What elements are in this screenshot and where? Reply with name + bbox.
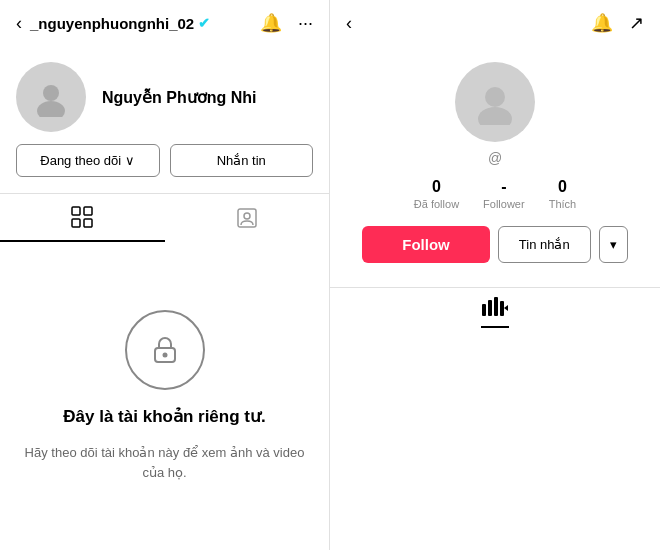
tabs-left [0, 193, 329, 242]
stat-following: 0 Đã follow [414, 178, 459, 210]
stats-row: 0 Đã follow - Follower 0 Thích [414, 178, 576, 210]
svg-rect-3 [84, 207, 92, 215]
avatar-icon [31, 77, 71, 117]
stat-followers-number: - [501, 178, 506, 196]
avatar [16, 62, 86, 132]
svg-point-0 [43, 85, 59, 101]
svg-point-1 [37, 101, 65, 117]
right-bell-icon[interactable]: 🔔 [591, 12, 613, 34]
video-bars-icon [481, 296, 509, 318]
svg-rect-12 [482, 304, 486, 316]
svg-rect-15 [500, 301, 504, 316]
right-avatar [455, 62, 535, 142]
stat-followers: - Follower [483, 178, 525, 210]
svg-point-7 [244, 213, 250, 219]
tab-tagged[interactable] [165, 194, 330, 242]
svg-rect-4 [72, 219, 80, 227]
more-icon[interactable]: ··· [298, 13, 313, 34]
username-display: _nguyenphuongnhi_02 ✔ [30, 15, 210, 32]
private-title: Đây là tài khoản riêng tư. [63, 406, 265, 427]
tab-grid[interactable] [0, 194, 165, 242]
right-avatar-section: @ 0 Đã follow - Follower 0 Thích Follow … [330, 46, 660, 287]
stat-following-number: 0 [432, 178, 441, 196]
stat-likes: 0 Thích [549, 178, 577, 210]
verified-badge: ✔ [198, 15, 210, 31]
grid-icon [71, 206, 93, 228]
svg-rect-13 [488, 300, 492, 316]
private-section: Đây là tài khoản riêng tư. Hãy theo dõi … [0, 242, 329, 550]
right-tab-videos[interactable] [481, 296, 509, 328]
lock-icon-circle [125, 310, 205, 390]
right-avatar-icon [472, 79, 518, 125]
svg-rect-2 [72, 207, 80, 215]
svg-rect-14 [494, 297, 498, 316]
stat-likes-label: Thích [549, 198, 577, 210]
right-share-icon[interactable]: ↗ [629, 12, 644, 34]
lock-icon [147, 332, 183, 368]
message-button[interactable]: Nhắn tin [170, 144, 314, 177]
right-header-icons: 🔔 ↗ [591, 12, 644, 34]
stat-likes-number: 0 [558, 178, 567, 196]
right-tabs [330, 287, 660, 336]
stat-followers-label: Follower [483, 198, 525, 210]
right-content-area [330, 336, 660, 550]
right-panel: ‹ 🔔 ↗ @ 0 Đã follow - Follower 0 [330, 0, 660, 550]
profile-section: Nguyễn Phương Nhi [0, 46, 329, 144]
private-desc: Hãy theo dõi tài khoản này để xem ảnh và… [20, 443, 309, 482]
profile-name: Nguyễn Phương Nhi [102, 88, 256, 107]
bell-icon[interactable]: 🔔 [260, 12, 282, 34]
action-buttons: Đang theo dõi ∨ Nhắn tin [0, 144, 329, 193]
following-button[interactable]: Đang theo dõi ∨ [16, 144, 160, 177]
dropdown-button[interactable]: ▾ [599, 226, 628, 263]
follow-button[interactable]: Follow [362, 226, 490, 263]
svg-point-9 [162, 353, 167, 358]
right-header: ‹ 🔔 ↗ [330, 0, 660, 46]
right-message-button[interactable]: Tin nhắn [498, 226, 591, 263]
svg-point-10 [485, 87, 505, 107]
back-icon[interactable]: ‹ [16, 13, 22, 34]
header-icons: 🔔 ··· [260, 12, 313, 34]
stat-following-label: Đã follow [414, 198, 459, 210]
person-tag-icon [236, 207, 258, 229]
at-symbol: @ [488, 150, 502, 166]
left-panel: ‹ _nguyenphuongnhi_02 ✔ 🔔 ··· Nguyễn Phư… [0, 0, 330, 550]
left-header: ‹ _nguyenphuongnhi_02 ✔ 🔔 ··· [0, 0, 329, 46]
right-back-icon[interactable]: ‹ [346, 13, 352, 34]
svg-rect-5 [84, 219, 92, 227]
username-text: _nguyenphuongnhi_02 [30, 15, 194, 32]
svg-point-11 [478, 107, 512, 125]
right-action-buttons: Follow Tin nhắn ▾ [362, 226, 627, 263]
